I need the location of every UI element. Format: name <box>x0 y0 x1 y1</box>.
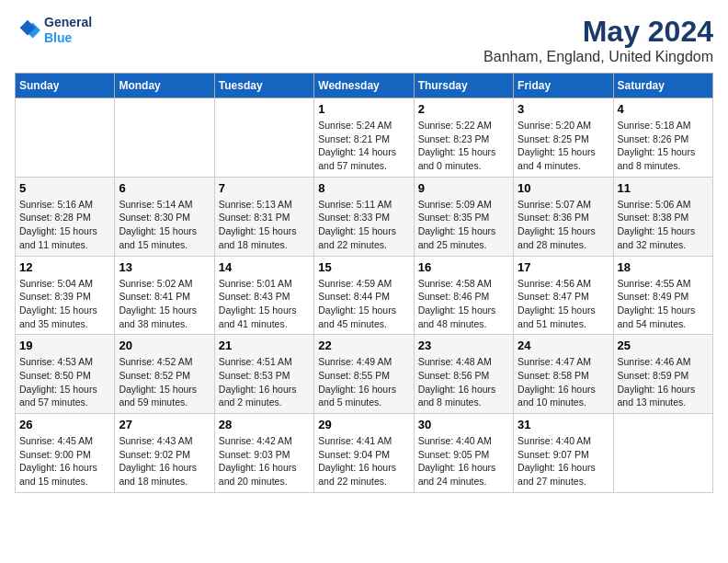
day-number: 1 <box>318 102 409 116</box>
calendar-cell: 5Sunrise: 5:16 AM Sunset: 8:28 PM Daylig… <box>16 177 115 256</box>
day-number: 20 <box>119 339 210 352</box>
day-info: Sunrise: 5:11 AM Sunset: 8:33 PM Dayligh… <box>318 198 409 252</box>
calendar-cell: 22Sunrise: 4:49 AM Sunset: 8:55 PM Dayli… <box>314 335 414 414</box>
calendar-cell: 26Sunrise: 4:45 AM Sunset: 9:00 PM Dayli… <box>16 414 115 493</box>
calendar-cell: 14Sunrise: 5:01 AM Sunset: 8:43 PM Dayli… <box>214 256 313 335</box>
day-number: 4 <box>618 102 709 116</box>
day-info: Sunrise: 5:06 AM Sunset: 8:38 PM Dayligh… <box>618 198 709 252</box>
day-info: Sunrise: 4:47 AM Sunset: 8:58 PM Dayligh… <box>518 355 609 409</box>
calendar-cell: 19Sunrise: 4:53 AM Sunset: 8:50 PM Dayli… <box>16 335 115 414</box>
calendar-cell: 2Sunrise: 5:22 AM Sunset: 8:23 PM Daylig… <box>414 98 513 178</box>
calendar-cell: 7Sunrise: 5:13 AM Sunset: 8:31 PM Daylig… <box>214 177 313 256</box>
main-title: May 2024 <box>483 15 713 49</box>
day-info: Sunrise: 4:58 AM Sunset: 8:46 PM Dayligh… <box>418 277 509 331</box>
calendar-cell: 9Sunrise: 5:09 AM Sunset: 8:35 PM Daylig… <box>414 177 513 256</box>
day-number: 10 <box>518 181 609 195</box>
logo-line1: General <box>44 15 92 30</box>
calendar-cell: 29Sunrise: 4:41 AM Sunset: 9:04 PM Dayli… <box>314 414 414 493</box>
calendar-cell: 16Sunrise: 4:58 AM Sunset: 8:46 PM Dayli… <box>414 256 513 335</box>
logo-line2: Blue <box>44 30 92 46</box>
day-number: 16 <box>418 260 509 274</box>
day-number: 6 <box>119 181 210 195</box>
week-row-1: 1Sunrise: 5:24 AM Sunset: 8:21 PM Daylig… <box>16 98 713 178</box>
day-info: Sunrise: 5:04 AM Sunset: 8:39 PM Dayligh… <box>19 277 110 331</box>
logo: General Blue <box>15 15 92 46</box>
calendar-cell <box>214 98 313 178</box>
calendar-cell: 10Sunrise: 5:07 AM Sunset: 8:36 PM Dayli… <box>514 177 613 256</box>
day-number: 3 <box>518 102 609 116</box>
calendar-cell <box>115 98 214 178</box>
calendar-cell: 4Sunrise: 5:18 AM Sunset: 8:26 PM Daylig… <box>613 98 712 178</box>
week-row-2: 5Sunrise: 5:16 AM Sunset: 8:28 PM Daylig… <box>16 177 713 256</box>
calendar-cell: 24Sunrise: 4:47 AM Sunset: 8:58 PM Dayli… <box>514 335 613 414</box>
calendar-cell <box>613 414 712 493</box>
day-number: 14 <box>219 260 310 274</box>
day-info: Sunrise: 5:18 AM Sunset: 8:26 PM Dayligh… <box>618 119 709 173</box>
day-info: Sunrise: 4:52 AM Sunset: 8:52 PM Dayligh… <box>119 355 210 409</box>
day-info: Sunrise: 4:56 AM Sunset: 8:47 PM Dayligh… <box>518 277 609 331</box>
day-number: 26 <box>19 418 110 431</box>
day-info: Sunrise: 5:24 AM Sunset: 8:21 PM Dayligh… <box>318 119 409 173</box>
calendar-cell: 28Sunrise: 4:42 AM Sunset: 9:03 PM Dayli… <box>214 414 313 493</box>
title-area: May 2024 Banham, England, United Kingdom <box>483 15 713 65</box>
calendar-cell: 13Sunrise: 5:02 AM Sunset: 8:41 PM Dayli… <box>115 256 214 335</box>
weekday-header-row: SundayMondayTuesdayWednesdayThursdayFrid… <box>16 74 713 98</box>
calendar-cell: 12Sunrise: 5:04 AM Sunset: 8:39 PM Dayli… <box>16 256 115 335</box>
calendar-cell: 23Sunrise: 4:48 AM Sunset: 8:56 PM Dayli… <box>414 335 513 414</box>
calendar-cell: 18Sunrise: 4:55 AM Sunset: 8:49 PM Dayli… <box>613 256 712 335</box>
calendar-cell: 31Sunrise: 4:40 AM Sunset: 9:07 PM Dayli… <box>514 414 613 493</box>
day-info: Sunrise: 5:02 AM Sunset: 8:41 PM Dayligh… <box>119 277 210 331</box>
day-number: 13 <box>119 260 210 274</box>
calendar-cell: 6Sunrise: 5:14 AM Sunset: 8:30 PM Daylig… <box>115 177 214 256</box>
calendar-cell: 3Sunrise: 5:20 AM Sunset: 8:25 PM Daylig… <box>514 98 613 178</box>
day-info: Sunrise: 5:01 AM Sunset: 8:43 PM Dayligh… <box>219 277 310 331</box>
calendar-cell: 30Sunrise: 4:40 AM Sunset: 9:05 PM Dayli… <box>414 414 513 493</box>
weekday-header-monday: Monday <box>115 74 214 98</box>
day-number: 5 <box>19 181 110 195</box>
day-info: Sunrise: 4:45 AM Sunset: 9:00 PM Dayligh… <box>19 434 110 488</box>
week-row-5: 26Sunrise: 4:45 AM Sunset: 9:00 PM Dayli… <box>16 414 713 493</box>
day-info: Sunrise: 4:42 AM Sunset: 9:03 PM Dayligh… <box>219 434 310 488</box>
day-number: 15 <box>318 260 409 274</box>
day-info: Sunrise: 4:48 AM Sunset: 8:56 PM Dayligh… <box>418 355 509 409</box>
day-number: 28 <box>219 418 310 431</box>
day-number: 18 <box>618 260 709 274</box>
day-info: Sunrise: 4:46 AM Sunset: 8:59 PM Dayligh… <box>618 355 709 409</box>
calendar-table: SundayMondayTuesdayWednesdayThursdayFrid… <box>15 73 713 493</box>
day-number: 17 <box>518 260 609 274</box>
day-number: 31 <box>518 418 609 431</box>
day-info: Sunrise: 5:09 AM Sunset: 8:35 PM Dayligh… <box>418 198 509 252</box>
logo-text: General Blue <box>44 15 92 46</box>
day-number: 19 <box>19 339 110 352</box>
day-number: 2 <box>418 102 509 116</box>
weekday-header-sunday: Sunday <box>16 74 115 98</box>
day-info: Sunrise: 5:22 AM Sunset: 8:23 PM Dayligh… <box>418 119 509 173</box>
day-number: 29 <box>318 418 409 431</box>
day-number: 30 <box>418 418 509 431</box>
day-number: 23 <box>418 339 509 352</box>
day-info: Sunrise: 5:20 AM Sunset: 8:25 PM Dayligh… <box>518 119 609 173</box>
day-number: 12 <box>19 260 110 274</box>
weekday-header-wednesday: Wednesday <box>314 74 414 98</box>
day-number: 11 <box>618 181 709 195</box>
calendar-cell <box>16 98 115 178</box>
day-info: Sunrise: 4:40 AM Sunset: 9:05 PM Dayligh… <box>418 434 509 488</box>
calendar-cell: 8Sunrise: 5:11 AM Sunset: 8:33 PM Daylig… <box>314 177 414 256</box>
day-number: 8 <box>318 181 409 195</box>
calendar-cell: 15Sunrise: 4:59 AM Sunset: 8:44 PM Dayli… <box>314 256 414 335</box>
day-info: Sunrise: 5:13 AM Sunset: 8:31 PM Dayligh… <box>219 198 310 252</box>
day-info: Sunrise: 4:59 AM Sunset: 8:44 PM Dayligh… <box>318 277 409 331</box>
day-info: Sunrise: 4:49 AM Sunset: 8:55 PM Dayligh… <box>318 355 409 409</box>
day-info: Sunrise: 4:40 AM Sunset: 9:07 PM Dayligh… <box>518 434 609 488</box>
day-number: 24 <box>518 339 609 352</box>
header: General Blue May 2024 Banham, England, U… <box>15 15 713 65</box>
day-info: Sunrise: 4:51 AM Sunset: 8:53 PM Dayligh… <box>219 355 310 409</box>
calendar-cell: 21Sunrise: 4:51 AM Sunset: 8:53 PM Dayli… <box>214 335 313 414</box>
day-info: Sunrise: 4:53 AM Sunset: 8:50 PM Dayligh… <box>19 355 110 409</box>
day-number: 9 <box>418 181 509 195</box>
weekday-header-thursday: Thursday <box>414 74 513 98</box>
calendar-cell: 11Sunrise: 5:06 AM Sunset: 8:38 PM Dayli… <box>613 177 712 256</box>
weekday-header-saturday: Saturday <box>613 74 712 98</box>
day-number: 7 <box>219 181 310 195</box>
week-row-3: 12Sunrise: 5:04 AM Sunset: 8:39 PM Dayli… <box>16 256 713 335</box>
